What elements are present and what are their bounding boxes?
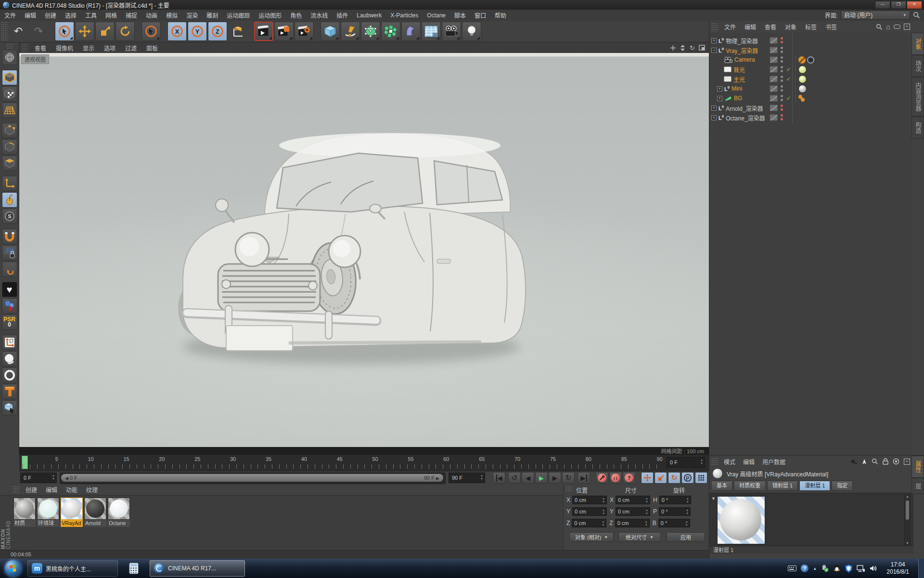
tab-material-weight[interactable]: 材质权重 <box>734 481 766 491</box>
timeline-ruler[interactable]: 051015202530354045505560657075808590 0 F… <box>19 454 709 472</box>
menu-snap[interactable]: 捕捉 <box>121 11 141 19</box>
material-tag-icon[interactable] <box>798 85 807 93</box>
tab-layers[interactable]: 层 <box>911 478 924 494</box>
show-desktop-button[interactable] <box>918 559 924 578</box>
polygons-mode-button[interactable] <box>2 156 17 171</box>
layer-box[interactable] <box>770 47 778 53</box>
tree-row-keylight[interactable]: 主光 ✓ <box>709 74 912 84</box>
vp-menu-display[interactable]: 显示 <box>78 44 99 52</box>
frame-end-field[interactable]: 90 F▲▼ <box>449 473 485 483</box>
rot-b-field[interactable]: 0 °▲▼ <box>658 519 690 527</box>
enabled-check-icon[interactable]: ✓ <box>786 95 791 102</box>
visibility-dots[interactable] <box>781 114 783 121</box>
close-button[interactable]: ✕ <box>907 1 922 9</box>
edges-mode-button[interactable] <box>2 139 17 155</box>
viewport-mouse-button[interactable] <box>2 192 17 208</box>
taskbar-clock[interactable]: 17:04 2016/8/1 <box>886 561 909 576</box>
environment-button[interactable] <box>422 22 441 41</box>
om-search-icon[interactable] <box>876 24 883 30</box>
attr-grip[interactable] <box>711 458 718 466</box>
visibility-dots[interactable] <box>781 105 783 111</box>
lock-x-axis-button[interactable]: X <box>167 22 187 41</box>
visibility-dots[interactable] <box>781 95 783 102</box>
title-bar[interactable]: CINEMA 4D R17.048 Studio (R17) - [渲染器测试.… <box>0 0 924 10</box>
vp-menu-cameras[interactable]: 摄像机 <box>51 44 78 52</box>
visibility-dots[interactable] <box>781 76 783 82</box>
material-swatch[interactable]: Octane <box>108 498 130 527</box>
expand-icon[interactable]: + <box>711 38 717 43</box>
collapse-arrow-icon[interactable]: ▼ <box>711 496 716 501</box>
mat-menu-create[interactable]: 创建 <box>21 486 41 494</box>
texture-mode-button[interactable] <box>2 86 17 102</box>
size-x-field[interactable]: 0 cm▲▼ <box>616 496 650 504</box>
om-menu-edit[interactable]: 编辑 <box>740 23 760 31</box>
maximize-button[interactable]: ❐ <box>891 1 906 9</box>
mat-menu-function[interactable]: 功能 <box>62 486 82 494</box>
history-forward-icon[interactable] <box>861 459 867 465</box>
collapse-icon[interactable]: − <box>711 48 717 53</box>
layer-box[interactable] <box>770 37 778 44</box>
menu-tools[interactable]: 工具 <box>81 11 101 19</box>
vp-menu-filter[interactable]: 过滤 <box>120 44 141 52</box>
viewport-grip[interactable] <box>21 43 28 52</box>
last-tool-button[interactable] <box>141 22 161 41</box>
light-button[interactable] <box>462 22 481 41</box>
attr-menu-edit[interactable]: 编辑 <box>739 458 758 466</box>
current-frame-field[interactable]: 0 F▲▼ <box>667 457 705 468</box>
pan-view-icon[interactable] <box>669 44 677 52</box>
autokey-button[interactable]: ( ) <box>609 472 622 484</box>
absolute-size-dropdown[interactable]: 绝对尺寸▼ <box>618 532 661 542</box>
enabled-check-icon[interactable]: ✓ <box>786 76 791 82</box>
key-position-button[interactable] <box>641 472 654 484</box>
scale-tool-button[interactable] <box>95 22 115 41</box>
next-frame-button[interactable]: ▶ <box>549 472 561 484</box>
rot-p-field[interactable]: 0 °▲▼ <box>659 507 691 516</box>
visibility-dots[interactable] <box>781 47 783 53</box>
workplane-mode-button[interactable] <box>2 103 17 118</box>
render-view-button[interactable] <box>254 22 273 41</box>
scroll-up-icon[interactable]: ▲ <box>906 495 909 498</box>
tab-content-browser[interactable]: 内容浏览器 <box>911 77 924 117</box>
apply-button[interactable]: 应用 <box>667 532 705 542</box>
snap-button[interactable] <box>2 229 17 244</box>
live-selection-button[interactable] <box>55 22 74 41</box>
quantize-sphere-button[interactable] <box>2 351 17 367</box>
tree-row-camera[interactable]: Camera <box>709 55 912 65</box>
frame-start-field[interactable]: 0 F▲▼ <box>20 473 57 483</box>
menu-motion-tracker[interactable]: 运动跟踪 <box>222 11 254 19</box>
menu-character[interactable]: 角色 <box>286 11 306 19</box>
texture-axis-button[interactable] <box>2 384 17 399</box>
vp-menu-view[interactable]: 查看 <box>30 44 51 52</box>
light-tag-icon[interactable] <box>798 66 807 74</box>
menu-mograph[interactable]: 运动图形 <box>254 11 286 19</box>
layer-box[interactable] <box>770 114 778 121</box>
timeline-range-groove[interactable]: ◀ 0 F 90 F ▶ <box>60 473 446 484</box>
mat-menu-texture[interactable]: 纹理 <box>82 486 102 494</box>
vp-menu-options[interactable]: 选项 <box>99 44 120 52</box>
lock-z-axis-button[interactable]: Z <box>208 22 227 41</box>
menu-pipeline[interactable]: 流水线 <box>306 11 332 19</box>
menu-window[interactable]: 窗口 <box>470 11 490 19</box>
menu-create[interactable]: 创建 <box>40 11 61 19</box>
om-menu-view[interactable]: 查看 <box>760 23 781 31</box>
spinner-icon[interactable]: ▲▼ <box>700 459 703 465</box>
menu-plugins[interactable]: 插件 <box>332 11 352 19</box>
lock-y-axis-button[interactable]: Y <box>188 22 207 41</box>
material-swatch[interactable]: 材质 <box>13 498 36 527</box>
tab-basic[interactable]: 基本 <box>711 481 732 491</box>
vp-menu-panel[interactable]: 面板 <box>141 44 163 52</box>
tree-row-physical-renderer[interactable]: + L0 物理_渲染器 <box>709 36 912 45</box>
primitive-cube-button[interactable] <box>321 22 340 41</box>
menu-edit[interactable]: 编辑 <box>20 11 40 19</box>
attribute-section-bar[interactable]: 漫射层 1 <box>709 546 913 554</box>
expand-icon[interactable]: + <box>711 105 717 111</box>
taskbar-app-cinema4d[interactable]: CINEMA 4D R17... <box>150 560 245 577</box>
deformer-button[interactable] <box>401 22 421 41</box>
material-swatch[interactable]: 环境球 <box>37 498 59 527</box>
tree-row-backlight[interactable]: 背光 ✓ <box>709 65 912 74</box>
start-button[interactable] <box>5 560 21 577</box>
tree-row-vray-renderer[interactable]: − L0 Vray_渲染器 <box>709 45 912 55</box>
size-y-field[interactable]: 0 cm▲▼ <box>616 507 650 516</box>
spline-pen-button[interactable] <box>341 22 360 41</box>
taskbar-app-calculator[interactable] <box>121 560 147 577</box>
